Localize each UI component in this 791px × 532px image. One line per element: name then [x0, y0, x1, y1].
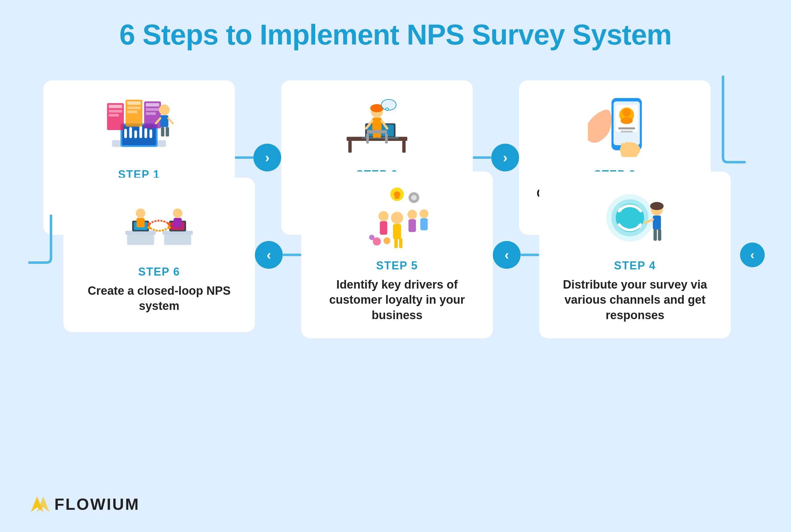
step-5-illustration	[360, 184, 434, 252]
svg-point-96	[616, 204, 644, 232]
arrow-circle-2: ›	[491, 144, 519, 171]
arrow-circle-4: ‹	[493, 241, 521, 269]
step-3-svg	[578, 93, 652, 160]
svg-rect-51	[618, 127, 635, 130]
svg-rect-62	[127, 235, 154, 245]
logo-text: FLOWIUM	[54, 495, 140, 513]
svg-rect-86	[409, 219, 416, 232]
svg-rect-14	[127, 101, 141, 105]
tail-line-2	[473, 156, 491, 159]
svg-point-36	[385, 108, 389, 111]
svg-rect-100	[653, 215, 661, 230]
svg-point-71	[173, 209, 183, 218]
arrow-1-2: ›	[235, 144, 281, 171]
svg-rect-29	[402, 141, 406, 153]
step-4-illustration	[598, 184, 672, 252]
svg-point-101	[650, 202, 664, 210]
svg-rect-12	[109, 114, 119, 117]
svg-rect-78	[395, 196, 399, 198]
step-5-card: STEP 5 Identify key drivers of customer …	[301, 171, 493, 338]
step-4-label: STEP 4	[614, 259, 656, 272]
svg-rect-26	[166, 127, 169, 136]
svg-point-75	[147, 226, 151, 229]
svg-point-76	[168, 226, 171, 229]
step-6-card: STEP 6 Create a closed-loop NPS system	[63, 178, 255, 332]
page-title: 6 Steps to Implement NPS Survey System	[119, 19, 672, 51]
svg-rect-103	[658, 229, 661, 241]
arrow-2-3: ›	[473, 144, 519, 171]
tail-line-4	[521, 254, 539, 256]
svg-point-87	[420, 209, 428, 218]
svg-rect-44	[385, 133, 388, 144]
svg-rect-59	[633, 144, 637, 150]
step-2-svg	[340, 93, 414, 160]
svg-point-83	[378, 211, 389, 221]
steps-container: STEP 1 Identify your customer touchpoint…	[40, 76, 751, 338]
tail-line-1	[235, 156, 253, 159]
bracket-svg-2	[26, 215, 54, 301]
svg-point-49	[623, 109, 630, 116]
svg-rect-56	[621, 143, 624, 150]
svg-line-24	[168, 118, 173, 123]
step-5-desc: Identify key drivers of customer loyalty…	[314, 277, 481, 323]
svg-point-74	[168, 223, 171, 226]
logo-icon	[31, 496, 50, 512]
svg-rect-84	[380, 221, 387, 235]
svg-point-80	[411, 195, 416, 200]
arrow-5-6: ‹	[255, 241, 301, 269]
row2-right-connector: ‹	[740, 243, 765, 267]
tail-line-5	[283, 254, 301, 256]
step-2-illustration	[340, 93, 414, 160]
svg-rect-25	[161, 127, 164, 136]
svg-rect-15	[127, 107, 141, 109]
svg-point-35	[381, 99, 396, 110]
row-2: STEP 6 Create a closed-loop NPS system ‹	[40, 171, 751, 338]
step-6-illustration	[122, 190, 196, 258]
svg-rect-16	[127, 111, 137, 113]
svg-rect-10	[109, 105, 123, 108]
step-6-desc: Create a closed-loop NPS system	[76, 283, 243, 314]
svg-rect-64	[164, 235, 191, 245]
svg-point-50	[621, 117, 633, 124]
arrow-circle-5: ‹	[255, 241, 283, 269]
svg-rect-88	[420, 218, 428, 230]
arrow-circle-back: ‹	[740, 243, 765, 267]
step-6-svg	[122, 190, 196, 258]
svg-rect-28	[348, 141, 352, 153]
step-6-label: STEP 6	[138, 265, 180, 278]
step-4-card: STEP 4 Distribute your survey via variou…	[539, 171, 731, 338]
svg-rect-19	[146, 108, 159, 111]
svg-rect-72	[174, 218, 182, 227]
step-5-label: STEP 5	[376, 259, 418, 272]
left-bracket-connector	[26, 215, 54, 301]
svg-rect-52	[621, 131, 633, 132]
svg-point-81	[391, 212, 403, 224]
svg-rect-43	[366, 133, 369, 144]
svg-rect-37	[372, 118, 382, 130]
svg-point-90	[383, 237, 390, 244]
svg-point-67	[136, 209, 146, 218]
svg-rect-18	[146, 103, 159, 107]
svg-point-73	[147, 223, 151, 226]
svg-rect-42	[367, 130, 387, 133]
logo-area: FLOWIUM	[31, 495, 140, 513]
svg-point-21	[159, 104, 170, 115]
svg-rect-93	[399, 238, 402, 248]
svg-rect-57	[625, 142, 628, 150]
svg-rect-20	[146, 112, 156, 115]
arrow-circle-1: ›	[253, 144, 281, 171]
svg-point-85	[408, 210, 417, 220]
svg-rect-68	[136, 218, 145, 227]
step-1-svg	[102, 93, 176, 160]
step-5-svg	[360, 184, 434, 251]
svg-rect-22	[161, 115, 168, 127]
svg-rect-82	[393, 224, 401, 239]
svg-rect-58	[629, 143, 633, 150]
arrow-4-5: ‹	[493, 241, 539, 269]
svg-point-91	[369, 235, 374, 240]
step-4-desc: Distribute your survey via various chann…	[551, 277, 718, 323]
step-1-illustration	[102, 93, 176, 160]
svg-rect-60	[621, 150, 638, 157]
svg-rect-102	[654, 229, 657, 241]
svg-rect-92	[394, 238, 398, 248]
